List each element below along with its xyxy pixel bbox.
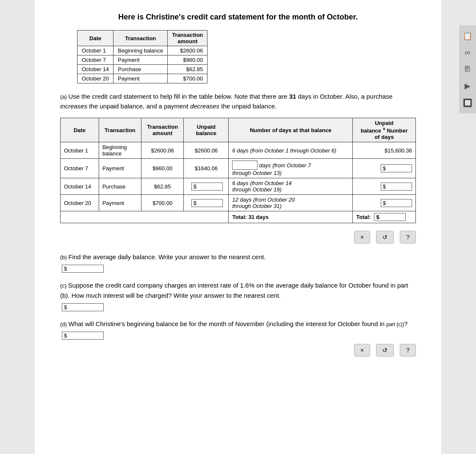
total-product-input[interactable] (380, 214, 404, 220)
row4-unpaid-input[interactable] (197, 200, 221, 206)
clear-icon-1: × (360, 234, 364, 241)
row4-product-input[interactable] (387, 200, 410, 206)
table-row: October 14 Purchase $62.85 (77, 65, 208, 74)
col-days: Number of days at that balance (229, 118, 353, 142)
row3-unpaid-input-box: $ (191, 183, 223, 191)
undo-icon-2: ↺ (382, 347, 387, 354)
row3-date: October 14 (61, 178, 99, 195)
part-d-label: (d) (60, 321, 69, 327)
row2-days: days (from October 7through October 13) (229, 159, 353, 178)
row3-transaction: Purchase (99, 178, 141, 195)
part-d-input-row: $ (60, 332, 416, 340)
part-c-input-box: $ (62, 303, 104, 311)
row4-days: 12 days (from October 20through October … (229, 195, 353, 211)
total-product-input-box: $ (374, 213, 405, 221)
stmt-date-3: October 14 (77, 65, 113, 74)
stmt-amount-1: $2600.06 (168, 46, 208, 55)
part-c-section: (c) Suppose the credit card company char… (60, 280, 416, 311)
col-amount: Transactionamount (141, 118, 183, 142)
row4-unpaid[interactable]: $ (184, 195, 229, 211)
row3-amount: $62.85 (141, 178, 183, 195)
sidebar-icon-2[interactable]: ∞ (465, 48, 470, 57)
sidebar-icon-4[interactable]: ▶ (465, 81, 470, 91)
row1-transaction: Beginningbalance (99, 142, 141, 159)
row2-product-input[interactable] (387, 165, 410, 172)
stmt-trans-4: Payment (113, 74, 168, 83)
part-c-input-row: $ (60, 303, 416, 311)
row1-days: 6 days (from October 1 through October 6… (229, 142, 353, 159)
row3-product-input[interactable] (387, 183, 410, 190)
row1-product: $15,600.36 (353, 142, 416, 159)
part-d-text: (d) What will Christine's beginning bala… (60, 319, 416, 329)
help-button-2[interactable]: ? (400, 344, 416, 357)
row1-unpaid: $2600.06 (184, 142, 229, 159)
col-date: Date (61, 118, 99, 142)
row2-transaction: Payment (99, 159, 141, 178)
clear-button-2[interactable]: × (354, 344, 370, 357)
stmt-amount-3: $62.85 (168, 65, 208, 74)
row2-product-input-box: $ (381, 164, 412, 172)
stmt-col-transaction: Transaction (113, 30, 168, 46)
part-d-input[interactable] (68, 332, 102, 339)
page-title: Here is Christine's credit card statemen… (60, 13, 416, 22)
clear-icon-2: × (360, 347, 364, 354)
part-b-input[interactable] (68, 266, 102, 272)
row1-days-text: 6 days (from October 1 through October 6… (232, 147, 336, 154)
undo-button-2[interactable]: ↺ (376, 344, 394, 357)
part-a-text1: Use the credit card statement to help fi… (69, 93, 393, 100)
part-a-text3: the unpaid balance. (219, 102, 277, 110)
part-a-decreases: decreases (190, 102, 219, 110)
row2-days-input[interactable] (234, 162, 255, 169)
table-row: October 7 Payment $960.00 $1640.06 days … (61, 159, 416, 178)
button-row-1: × ↺ ? (60, 231, 416, 244)
row4-transaction: Payment (99, 195, 141, 211)
stmt-trans-2: Payment (113, 55, 168, 65)
clear-button-1[interactable]: × (354, 231, 370, 244)
table-row: October 14 Purchase $62.85 $ 6 days (fro… (61, 178, 416, 195)
help-button-1[interactable]: ? (400, 231, 416, 244)
undo-button-1[interactable]: ↺ (376, 231, 394, 244)
table-row: October 1 Beginning balance $2600.06 (77, 46, 208, 55)
help-icon-2: ? (406, 347, 410, 354)
table-row: October 20 Payment $700.00 (77, 74, 208, 83)
part-b-label: (b) (60, 254, 69, 260)
part-b-input-row: $ (60, 265, 416, 273)
total-days-cell: Total: 31 days (229, 211, 353, 223)
row2-product[interactable]: $ (353, 159, 416, 178)
total-product-cell[interactable]: Total: $ (353, 211, 416, 223)
part-b-input-box: $ (62, 265, 104, 273)
row3-product[interactable]: $ (353, 178, 416, 195)
stmt-date-2: October 7 (77, 55, 113, 65)
part-a-label: (a) (60, 94, 69, 100)
row1-date: October 1 (61, 142, 99, 159)
stmt-date-1: October 1 (77, 46, 113, 55)
part-c-input[interactable] (68, 304, 102, 310)
part-a-section: (a) Use the credit card statement to hel… (60, 92, 416, 244)
row4-date: October 20 (61, 195, 99, 211)
stmt-amount-4: $700.00 (168, 74, 208, 83)
row4-unpaid-input-box: $ (191, 199, 223, 207)
col-unpaid: Unpaidbalance (184, 118, 229, 142)
table-row: October 1 Beginningbalance $2600.06 $260… (61, 142, 416, 159)
part-b-section: (b) Find the average daily balance. Writ… (60, 252, 416, 273)
help-icon-1: ? (406, 234, 410, 241)
row2-days-input-box (232, 161, 257, 170)
row3-unpaid-input[interactable] (197, 183, 221, 190)
stmt-amount-2: $960.00 (168, 55, 208, 65)
stmt-date-4: October 20 (77, 74, 113, 83)
table-row: October 7 Payment $960.00 (77, 55, 208, 65)
row3-unpaid[interactable]: $ (184, 178, 229, 195)
sidebar-icon-5[interactable]: 🔲 (463, 98, 472, 108)
answer-table: Date Transaction Transactionamount Unpai… (60, 118, 416, 223)
part-d-section: (d) What will Christine's beginning bala… (60, 319, 416, 357)
undo-icon-1: ↺ (382, 234, 387, 241)
stmt-trans-1: Beginning balance (113, 46, 168, 55)
row3-product-input-box: $ (381, 183, 412, 191)
sidebar-icon-1[interactable]: 📋 (463, 31, 472, 41)
part-c-text: (c) Suppose the credit card company char… (60, 280, 416, 301)
row2-unpaid: $1640.06 (184, 159, 229, 178)
row4-product-input-box: $ (381, 199, 412, 207)
row4-product[interactable]: $ (353, 195, 416, 211)
row2-amount: $960.00 (141, 159, 183, 178)
sidebar-icon-3[interactable]: 🖹 (464, 65, 471, 74)
